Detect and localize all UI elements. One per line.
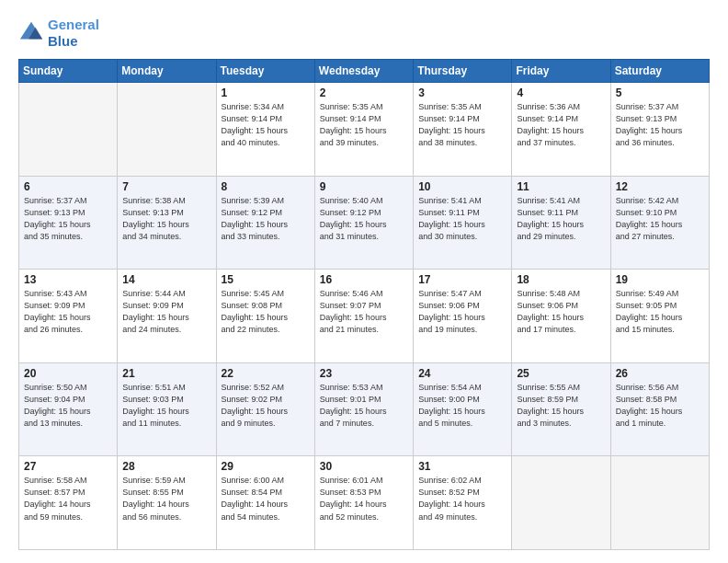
day-number: 10 [418,180,506,193]
day-cell: 18Sunrise: 5:48 AM Sunset: 9:06 PM Dayli… [512,270,610,363]
day-number: 24 [418,367,506,380]
week-row-1: 1Sunrise: 5:34 AM Sunset: 9:14 PM Daylig… [19,83,710,177]
day-cell: 19Sunrise: 5:49 AM Sunset: 9:05 PM Dayli… [610,270,709,363]
week-row-2: 6Sunrise: 5:37 AM Sunset: 9:13 PM Daylig… [19,176,710,270]
day-cell: 4Sunrise: 5:36 AM Sunset: 9:14 PM Daylig… [512,83,610,177]
weekday-friday: Friday [512,60,610,83]
page: General Blue SundayMondayTuesdayWednesda… [0,0,728,563]
logo: General Blue [18,17,99,50]
day-cell [512,456,610,550]
week-row-4: 20Sunrise: 5:50 AM Sunset: 9:04 PM Dayli… [19,362,710,456]
day-info: Sunrise: 5:54 AM Sunset: 9:00 PM Dayligh… [418,382,506,430]
day-number: 31 [418,460,506,473]
day-cell [118,83,216,177]
day-cell: 15Sunrise: 5:45 AM Sunset: 9:08 PM Dayli… [216,270,314,363]
day-info: Sunrise: 6:01 AM Sunset: 8:53 PM Dayligh… [320,475,408,523]
day-cell: 29Sunrise: 6:00 AM Sunset: 8:54 PM Dayli… [216,456,314,550]
day-info: Sunrise: 5:55 AM Sunset: 8:59 PM Dayligh… [517,382,605,430]
calendar-body: 1Sunrise: 5:34 AM Sunset: 9:14 PM Daylig… [19,83,710,550]
day-cell: 11Sunrise: 5:41 AM Sunset: 9:11 PM Dayli… [512,176,610,270]
day-cell: 26Sunrise: 5:56 AM Sunset: 8:58 PM Dayli… [610,362,709,456]
day-cell: 1Sunrise: 5:34 AM Sunset: 9:14 PM Daylig… [216,83,314,177]
day-cell: 16Sunrise: 5:46 AM Sunset: 9:07 PM Dayli… [314,270,413,363]
week-row-5: 27Sunrise: 5:58 AM Sunset: 8:57 PM Dayli… [19,456,710,550]
week-row-3: 13Sunrise: 5:43 AM Sunset: 9:09 PM Dayli… [19,270,710,363]
weekday-sunday: Sunday [19,60,118,83]
day-number: 1 [222,86,310,99]
day-number: 8 [222,180,310,193]
day-cell: 14Sunrise: 5:44 AM Sunset: 9:09 PM Dayli… [118,270,216,363]
day-info: Sunrise: 5:41 AM Sunset: 9:11 PM Dayligh… [517,195,605,243]
day-info: Sunrise: 5:44 AM Sunset: 9:09 PM Dayligh… [122,288,210,336]
day-cell: 6Sunrise: 5:37 AM Sunset: 9:13 PM Daylig… [19,176,118,270]
logo-text: General Blue [48,17,99,50]
day-number: 15 [222,273,310,286]
day-info: Sunrise: 5:36 AM Sunset: 9:14 PM Dayligh… [517,101,605,149]
day-number: 5 [616,86,704,99]
day-number: 3 [418,86,506,99]
day-number: 19 [616,273,704,286]
day-info: Sunrise: 6:02 AM Sunset: 8:52 PM Dayligh… [418,475,506,523]
day-info: Sunrise: 5:49 AM Sunset: 9:05 PM Dayligh… [616,288,704,336]
day-number: 26 [616,367,704,380]
day-cell: 24Sunrise: 5:54 AM Sunset: 9:00 PM Dayli… [414,362,512,456]
day-info: Sunrise: 5:34 AM Sunset: 9:14 PM Dayligh… [222,101,310,149]
day-info: Sunrise: 5:43 AM Sunset: 9:09 PM Dayligh… [24,288,112,336]
day-number: 28 [122,460,210,473]
day-number: 16 [320,273,408,286]
day-number: 12 [616,180,704,193]
weekday-monday: Monday [118,60,216,83]
day-info: Sunrise: 5:35 AM Sunset: 9:14 PM Dayligh… [320,101,408,149]
day-info: Sunrise: 5:40 AM Sunset: 9:12 PM Dayligh… [320,195,408,243]
day-number: 7 [122,180,210,193]
day-info: Sunrise: 5:56 AM Sunset: 8:58 PM Dayligh… [616,382,704,430]
weekday-header-row: SundayMondayTuesdayWednesdayThursdayFrid… [19,60,710,83]
day-info: Sunrise: 5:48 AM Sunset: 9:06 PM Dayligh… [517,288,605,336]
weekday-tuesday: Tuesday [216,60,314,83]
day-info: Sunrise: 5:52 AM Sunset: 9:02 PM Dayligh… [222,382,310,430]
day-info: Sunrise: 5:37 AM Sunset: 9:13 PM Dayligh… [616,101,704,149]
day-number: 6 [24,180,112,193]
day-cell: 31Sunrise: 6:02 AM Sunset: 8:52 PM Dayli… [414,456,512,550]
weekday-thursday: Thursday [414,60,512,83]
day-cell: 20Sunrise: 5:50 AM Sunset: 9:04 PM Dayli… [19,362,118,456]
day-cell: 30Sunrise: 6:01 AM Sunset: 8:53 PM Dayli… [314,456,413,550]
weekday-wednesday: Wednesday [314,60,413,83]
day-info: Sunrise: 5:47 AM Sunset: 9:06 PM Dayligh… [418,288,506,336]
day-cell: 2Sunrise: 5:35 AM Sunset: 9:14 PM Daylig… [314,83,413,177]
day-number: 22 [222,367,310,380]
day-cell: 10Sunrise: 5:41 AM Sunset: 9:11 PM Dayli… [414,176,512,270]
day-info: Sunrise: 5:59 AM Sunset: 8:55 PM Dayligh… [122,475,210,523]
day-info: Sunrise: 5:51 AM Sunset: 9:03 PM Dayligh… [122,382,210,430]
day-number: 17 [418,273,506,286]
day-info: Sunrise: 5:46 AM Sunset: 9:07 PM Dayligh… [320,288,408,336]
day-number: 9 [320,180,408,193]
day-cell [610,456,709,550]
day-cell: 5Sunrise: 5:37 AM Sunset: 9:13 PM Daylig… [610,83,709,177]
day-info: Sunrise: 5:37 AM Sunset: 9:13 PM Dayligh… [24,195,112,243]
day-number: 14 [122,273,210,286]
calendar-table: SundayMondayTuesdayWednesdayThursdayFrid… [18,59,710,550]
day-info: Sunrise: 5:58 AM Sunset: 8:57 PM Dayligh… [24,475,112,523]
day-cell: 17Sunrise: 5:47 AM Sunset: 9:06 PM Dayli… [414,270,512,363]
day-number: 13 [24,273,112,286]
day-cell: 21Sunrise: 5:51 AM Sunset: 9:03 PM Dayli… [118,362,216,456]
day-number: 4 [517,86,605,99]
day-number: 21 [122,367,210,380]
day-info: Sunrise: 5:39 AM Sunset: 9:12 PM Dayligh… [222,195,310,243]
day-number: 27 [24,460,112,473]
day-info: Sunrise: 5:41 AM Sunset: 9:11 PM Dayligh… [418,195,506,243]
day-number: 20 [24,367,112,380]
day-cell: 13Sunrise: 5:43 AM Sunset: 9:09 PM Dayli… [19,270,118,363]
day-cell: 8Sunrise: 5:39 AM Sunset: 9:12 PM Daylig… [216,176,314,270]
weekday-saturday: Saturday [610,60,709,83]
day-cell: 28Sunrise: 5:59 AM Sunset: 8:55 PM Dayli… [118,456,216,550]
day-info: Sunrise: 5:35 AM Sunset: 9:14 PM Dayligh… [418,101,506,149]
day-number: 23 [320,367,408,380]
day-number: 11 [517,180,605,193]
logo-icon [18,20,44,46]
day-cell: 25Sunrise: 5:55 AM Sunset: 8:59 PM Dayli… [512,362,610,456]
day-info: Sunrise: 6:00 AM Sunset: 8:54 PM Dayligh… [222,475,310,523]
day-number: 29 [222,460,310,473]
day-cell: 23Sunrise: 5:53 AM Sunset: 9:01 PM Dayli… [314,362,413,456]
